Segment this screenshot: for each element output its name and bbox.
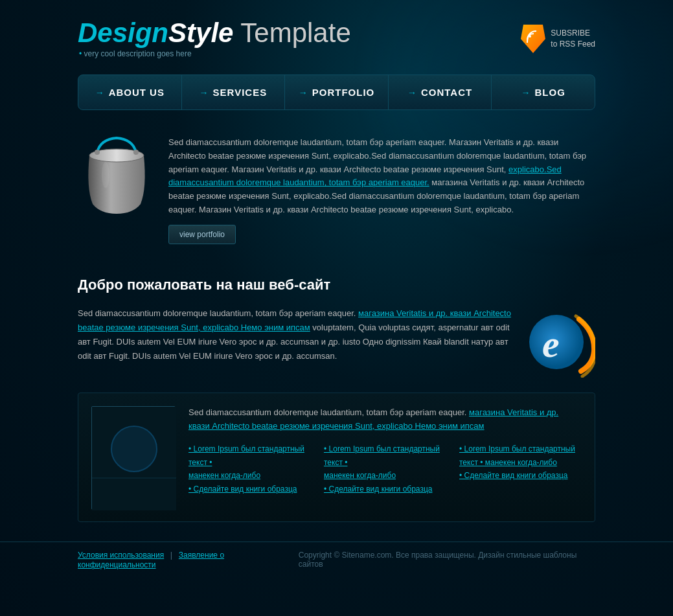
navigation-bar: → ABOUT US → SERVICES → PORTFOLIO → CONT…: [78, 74, 595, 110]
link-col1-item1[interactable]: • Lorem Ipsum был стандартный текст •: [188, 442, 311, 469]
nav-arrow-contact: →: [407, 87, 417, 98]
rss-tag-icon: [521, 25, 545, 53]
content-block-3: Sed diamaccusantium doloremque laudantiu…: [78, 393, 595, 522]
bucket-icon: [81, 136, 152, 214]
logo-title: DesignStyle Template: [78, 19, 351, 47]
content-block-2: Sed diamaccusantium doloremque laudantiu…: [78, 306, 595, 380]
logo-design: Design: [78, 17, 168, 48]
footer-copyright: Copyright © Sitename.com. Все права защи…: [299, 551, 595, 569]
block3-links: • Lorem Ipsum был стандартный текст • ма…: [188, 442, 582, 496]
bucket-image: [78, 136, 155, 214]
logo-area: DesignStyle Template very cool descripti…: [78, 19, 351, 58]
link-column-2: • Lorem Ipsum был стандартный текст • ма…: [324, 442, 446, 496]
link-col1-item2[interactable]: манекен когда-либо: [188, 469, 311, 482]
content-block-1: Sed diamaccusantium doloremque laudantiu…: [78, 123, 595, 257]
footer-links: Условия использования | Заявление о конф…: [78, 550, 299, 569]
content2-text-before: Sed diamaccusantium doloremque laudantiu…: [78, 308, 356, 318]
welcome-heading: Добро пожаловать на наш веб-сайт: [78, 277, 595, 293]
ie-logo-container: e: [524, 306, 595, 380]
block3-image-icon: [92, 407, 176, 510]
block3-text-before: Sed diamaccusantium doloremque laudantiu…: [188, 407, 466, 417]
nav-arrow-blog: →: [521, 87, 531, 98]
rss-area[interactable]: SUBSRIBE to RSS Feed: [521, 25, 595, 53]
rss-text: SUBSRIBE to RSS Feed: [551, 28, 595, 50]
link-col2-item2[interactable]: манекен когда-либо: [324, 469, 446, 482]
rss-line1: SUBSRIBE: [551, 28, 595, 39]
link-column-1: • Lorem Ipsum был стандартный текст • ма…: [188, 442, 311, 496]
block3-text: Sed diamaccusantium doloremque laudantiu…: [188, 406, 582, 433]
content-text-1: Sed diamaccusantium doloremque laudantiu…: [168, 136, 595, 244]
nav-label-portfolio: PORTFOLIO: [312, 87, 375, 98]
footer-link-terms[interactable]: Условия использования: [78, 551, 164, 560]
nav-arrow-portfolio: →: [299, 87, 308, 98]
svg-text:e: e: [542, 323, 560, 365]
view-portfolio-button[interactable]: view portfolio: [168, 225, 236, 244]
link-col2-item3[interactable]: • Сделайте вид книги образца: [324, 483, 446, 496]
logo-style: Style: [168, 17, 233, 48]
link-col2-item1[interactable]: • Lorem Ipsum был стандартный текст •: [324, 442, 446, 469]
nav-label-about-us: ABOUT US: [109, 87, 165, 98]
svg-point-5: [102, 162, 109, 188]
footer-separator: |: [170, 550, 172, 560]
rss-line2: to RSS Feed: [551, 39, 595, 50]
nav-label-contact: CONTACT: [421, 87, 472, 98]
footer: Условия использования | Заявление о конф…: [0, 542, 673, 577]
content-text-2: Sed diamaccusantium doloremque laudantiu…: [78, 306, 511, 363]
nav-item-portfolio[interactable]: → PORTFOLIO: [285, 75, 389, 109]
nav-label-services: SERVICES: [213, 87, 268, 98]
block3-placeholder-image: [91, 406, 176, 510]
link-col1-item3[interactable]: • Сделайте вид книги образца: [188, 483, 311, 496]
svg-point-9: [111, 426, 157, 472]
nav-arrow-services: →: [200, 87, 209, 98]
svg-point-3: [95, 150, 100, 155]
nav-item-blog[interactable]: → BLOG: [492, 75, 595, 109]
link-column-3: • Lorem Ipsum был стандартный текст • ма…: [459, 442, 582, 496]
nav-item-contact[interactable]: → CONTACT: [389, 75, 492, 109]
main-content: Sed diamaccusantium doloremque laudantiu…: [78, 123, 595, 522]
logo-description: very cool description goes here: [78, 49, 351, 58]
logo-template: Template: [233, 17, 350, 48]
header: DesignStyle Template very cool descripti…: [0, 0, 673, 65]
nav-item-services[interactable]: → SERVICES: [182, 75, 286, 109]
ie-logo-icon: e: [524, 306, 595, 378]
nav-arrow-about-us: →: [95, 87, 105, 98]
nav-label-blog: BLOG: [535, 87, 565, 98]
link-col3-item2[interactable]: • Сделайте вид книги образца: [459, 469, 582, 482]
nav-item-about-us[interactable]: → ABOUT US: [78, 75, 182, 109]
svg-point-4: [133, 150, 139, 155]
link-col3-item1[interactable]: • Lorem Ipsum был стандартный текст • ма…: [459, 442, 582, 469]
